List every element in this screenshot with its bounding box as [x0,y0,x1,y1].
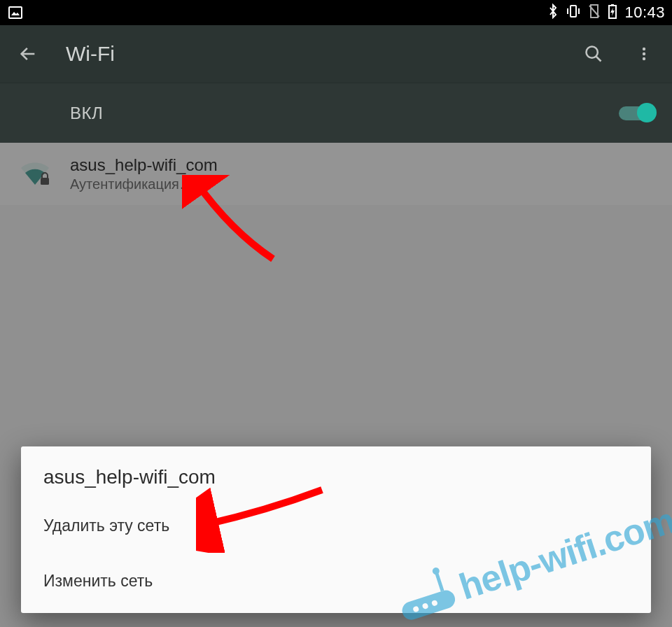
back-button[interactable] [15,41,41,66]
wifi-toggle-label: ВКЛ [70,104,619,123]
svg-marker-1 [11,12,20,15]
svg-marker-8 [610,8,615,16]
svg-point-13 [643,52,645,55]
svg-point-19 [431,567,440,576]
statusbar-right: 10:43 [547,3,665,22]
annotation-arrow-icon [182,175,294,273]
status-bar: 10:43 [0,0,672,25]
battery-icon [608,3,617,22]
wifi-switch[interactable] [619,106,654,120]
svg-point-12 [643,48,645,50]
svg-line-11 [596,57,601,62]
more-button[interactable] [631,41,657,66]
vibrate-icon [566,3,581,22]
bluetooth-icon [547,3,559,22]
svg-point-14 [643,57,645,60]
wifi-toggle-row[interactable]: ВКЛ [0,83,672,143]
svg-rect-2 [570,6,576,17]
dialog-title: asus_help-wifi_com [21,466,651,498]
search-button[interactable] [581,41,606,66]
svg-point-10 [587,47,598,58]
clock-text: 10:43 [624,3,665,22]
picture-icon [7,4,24,21]
page-title: Wi-Fi [66,42,556,66]
svg-rect-7 [611,4,614,6]
no-sim-icon [588,3,601,22]
statusbar-left [7,4,24,21]
app-bar: Wi-Fi [0,25,672,83]
svg-rect-0 [9,7,22,18]
annotation-arrow-icon [196,483,336,553]
